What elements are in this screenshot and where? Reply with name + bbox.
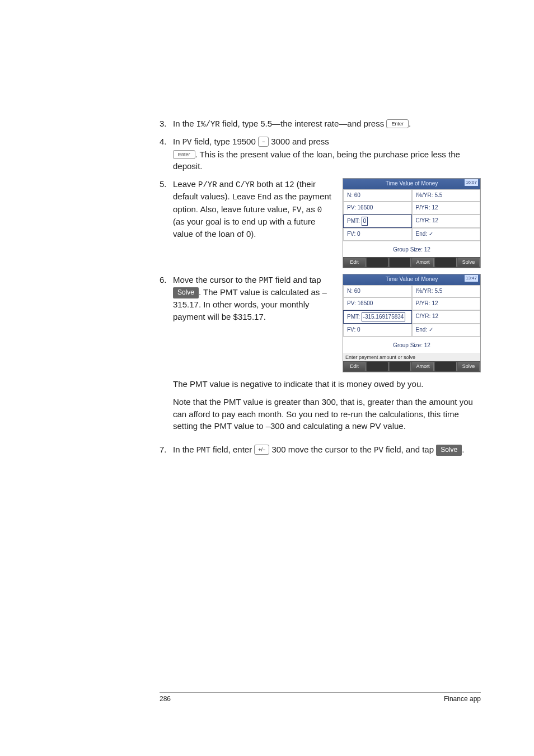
cell-iyr: I%/YR: 5.5 — [412, 189, 481, 202]
cell-pv: PV: 16500 — [343, 297, 412, 310]
cell-fv: FV: 0 — [343, 324, 412, 337]
menu-blank: . — [367, 362, 388, 371]
menu-amort: Amort — [412, 362, 434, 371]
pmt-value: -315.169175834 — [362, 312, 406, 322]
text: and — [217, 179, 236, 189]
menu-edit: Edit — [344, 362, 366, 371]
field-name: I%/YR — [196, 120, 220, 129]
screen-clock: 13:47 — [465, 275, 478, 282]
step-number: 4. — [160, 136, 173, 172]
text: . This is the present value of the loan,… — [173, 150, 460, 171]
field-name: P/YR — [198, 180, 217, 189]
text: (as your goal is to end up with a future… — [173, 217, 315, 239]
field-name: End — [257, 193, 271, 202]
text: field and tap — [273, 275, 321, 284]
text: . — [409, 119, 411, 128]
calculator-screen-2: Time Value of Money 13:47 N: 60 I%/YR: 5… — [343, 274, 481, 372]
page-footer: 286 Finance app — [160, 692, 481, 703]
cell-n: N: 60 — [343, 285, 412, 298]
step-6: 6. Move the cursor to the PMT field and … — [160, 274, 481, 438]
page-number: 286 — [160, 695, 171, 703]
pmt-label: PMT: — [347, 218, 360, 224]
cell-fv: FV: 0 — [343, 228, 412, 241]
screen-hint: Enter payment amount or solve — [343, 353, 480, 361]
text: 300 move the cursor to the — [269, 445, 374, 454]
menu-blank: . — [367, 258, 388, 267]
field-name: PV — [374, 446, 383, 455]
cell-end: End: ✓ — [412, 228, 481, 241]
step-body: In PV field, type 19500 − 3000 and press… — [173, 136, 481, 172]
menu-blank: . — [390, 258, 411, 267]
negate-key-icon: +/− — [254, 445, 269, 455]
screen-titlebar: Time Value of Money 16:07 — [343, 179, 480, 189]
step-body: In the PMT field, enter +/− 300 move the… — [173, 444, 481, 456]
cell-pmt: PMT: -315.169175834 — [343, 310, 412, 324]
menu-solve: Solve — [458, 258, 480, 267]
step-number: 3. — [160, 118, 173, 130]
step-body: In the I%/YR field, type 5.5—the interes… — [173, 118, 481, 130]
step-number: 6. — [160, 274, 173, 438]
text: field, type 5.5—the interest rate—and pr… — [220, 119, 387, 128]
screen-titlebar: Time Value of Money 13:47 — [343, 274, 480, 285]
text: , as — [301, 204, 317, 214]
screen-menu: Edit . . Amort . Solve — [343, 257, 480, 268]
text: field, and tap — [383, 445, 436, 454]
value: 0 — [317, 206, 322, 214]
text: . — [462, 445, 464, 454]
field-name: PV — [182, 138, 192, 147]
cell-end: End: ✓ — [412, 324, 481, 337]
cell-pyr: P/YR: 12 — [412, 202, 481, 214]
enter-key-icon: Enter — [386, 119, 409, 128]
cell-pmt: PMT: 0 — [343, 214, 412, 228]
cell-cyr: C/YR: 12 — [412, 214, 481, 228]
step-4: 4. In PV field, type 19500 − 3000 and pr… — [160, 136, 481, 172]
section-name: Finance app — [444, 695, 481, 703]
text: Leave — [173, 179, 198, 189]
field-name: C/YR — [236, 180, 255, 189]
text: field, enter — [210, 445, 254, 454]
text: In — [173, 137, 182, 146]
screen-title: Time Value of Money — [386, 276, 438, 282]
field-name: PMT — [259, 276, 273, 285]
screen-clock: 16:07 — [465, 179, 478, 186]
value: 12 — [285, 180, 294, 189]
text: 3000 and press — [269, 137, 329, 146]
pmt-value: 0 — [362, 217, 368, 226]
text: Move the cursor to the — [173, 275, 259, 284]
minus-key-icon: − — [258, 137, 269, 147]
step-5: 5. Leave P/YR and C/YR both at 12 (their… — [160, 178, 481, 268]
paragraph: Note that the PMT value is greater than … — [173, 396, 481, 432]
menu-blank: . — [435, 258, 457, 267]
text: both at — [255, 179, 285, 189]
menu-edit: Edit — [344, 258, 366, 267]
menu-solve: Solve — [458, 362, 480, 371]
text: In the — [173, 445, 196, 454]
menu-blank: . — [390, 362, 411, 371]
solve-softkey: Solve — [173, 287, 199, 298]
cell-pv: PV: 16500 — [343, 202, 412, 214]
group-size: Group Size: 12 — [343, 337, 480, 353]
step-number: 7. — [160, 444, 173, 456]
cell-n: N: 60 — [343, 189, 412, 202]
menu-amort: Amort — [412, 258, 434, 267]
enter-key-icon: Enter — [173, 150, 195, 159]
field-name: FV — [292, 206, 302, 214]
cell-iyr: I%/YR: 5.5 — [412, 285, 481, 298]
step-7: 7. In the PMT field, enter +/− 300 move … — [160, 444, 481, 456]
group-size: Group Size: 12 — [343, 241, 480, 258]
step-3: 3. In the I%/YR field, type 5.5—the inte… — [160, 118, 481, 130]
screen-title: Time Value of Money — [386, 180, 438, 186]
paragraph: The PMT value is negative to indicate th… — [173, 378, 481, 390]
text: field, type 19500 — [192, 137, 258, 146]
cell-cyr: C/YR: 12 — [412, 310, 481, 324]
text: In the — [173, 119, 196, 128]
step-body: Leave P/YR and C/YR both at 12 (their de… — [173, 178, 481, 268]
calculator-screen-1: Time Value of Money 16:07 N: 60 I%/YR: 5… — [343, 178, 481, 268]
pmt-label: PMT: — [347, 314, 360, 320]
step-body: Move the cursor to the PMT field and tap… — [173, 274, 481, 438]
cell-pyr: P/YR: 12 — [412, 297, 481, 310]
menu-blank: . — [435, 362, 457, 371]
solve-softkey: Solve — [436, 445, 462, 455]
screen-menu: Edit . . Amort . Solve — [343, 361, 480, 372]
field-name: PMT — [196, 446, 210, 455]
